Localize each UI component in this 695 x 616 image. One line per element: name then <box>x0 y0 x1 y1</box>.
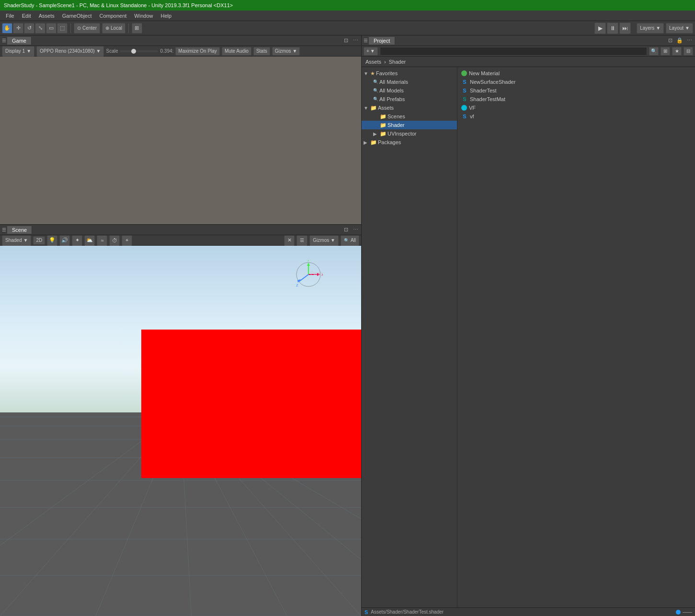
scene-magnify-icon[interactable]: ✕ <box>284 235 295 246</box>
project-filter-btn[interactable]: ⊞ <box>661 47 670 56</box>
stats-btn[interactable]: Stats <box>253 47 270 56</box>
layers-dropdown[interactable]: Layers ▼ <box>637 23 664 34</box>
scene-persp-label: Persp <box>310 271 323 276</box>
scene-all-label: All <box>351 238 356 243</box>
layers-label: Layers <box>640 25 654 31</box>
snap-icon[interactable]: ⊞ <box>132 23 142 34</box>
center-dropdown[interactable]: ⊙ Center <box>74 23 100 34</box>
file-new-material[interactable]: New Material <box>459 69 693 78</box>
mute-audio-btn[interactable]: Mute Audio <box>222 47 251 56</box>
game-panel: ☰ Game ⊡ ⋯ Display 1 ▼ OPPO Reno (2340x1… <box>0 35 362 225</box>
game-close-icon[interactable]: ⋯ <box>352 37 359 45</box>
play-button[interactable]: ▶ <box>594 23 606 34</box>
layout-dropdown[interactable]: Layout ▼ <box>666 23 693 34</box>
breadcrumb-assets[interactable]: Assets <box>365 59 381 65</box>
project-grid-btn[interactable]: ⊟ <box>684 47 693 56</box>
menu-component[interactable]: Component <box>95 12 130 20</box>
rect-tool[interactable]: ▭ <box>46 23 57 34</box>
add-icon: + <box>366 48 369 54</box>
file-vf-lower[interactable]: S vf <box>459 112 693 121</box>
resolution-dropdown[interactable]: OPPO Reno (2340x1080) ▼ <box>36 46 104 57</box>
stats-label: Stats <box>256 48 267 54</box>
menu-file[interactable]: File <box>2 12 18 20</box>
uvi-folder-icon: 📁 <box>380 131 387 137</box>
tree-scenes[interactable]: ▶ 📁 Scenes <box>362 112 457 121</box>
audio-icon[interactable]: 🔊 <box>59 235 70 246</box>
tree-favorites[interactable]: ▼ ★ Favorites <box>362 69 457 78</box>
status-dot <box>676 610 681 615</box>
scale-value: 0.394: <box>160 48 173 54</box>
scene-tab-icons: ⊡ ⋯ <box>342 226 359 234</box>
menu-help[interactable]: Help <box>157 12 175 20</box>
scene-menu-dropdown[interactable]: ☰ <box>296 235 308 246</box>
tree-uvinspector[interactable]: ▶ 📁 UVInspector <box>362 129 457 138</box>
project-lock-icon[interactable]: 🔒 <box>676 37 684 45</box>
game-tab-bar: ☰ Game ⊡ ⋯ <box>0 35 361 46</box>
project-tab-icons: ⊡ 🔒 ⋯ <box>666 37 693 45</box>
project-search-input[interactable] <box>380 47 647 56</box>
file-vf-upper[interactable]: VF <box>459 103 693 112</box>
maximize-on-play-btn[interactable]: Maximize On Play <box>175 47 220 56</box>
project-star-btn[interactable]: ★ <box>672 47 682 56</box>
shader-folder-icon: 📁 <box>380 122 387 128</box>
scene-maximize-icon[interactable]: ⊡ <box>342 226 350 234</box>
project-add-btn[interactable]: + ▼ <box>364 47 378 56</box>
transform-tool[interactable]: ⬚ <box>57 23 68 34</box>
tree-all-prefabs[interactable]: 🔍 All Prefabs <box>362 95 457 103</box>
local-label: Local <box>111 25 122 31</box>
scale-thumb <box>131 49 136 54</box>
2d-btn[interactable]: 2D <box>33 236 45 245</box>
status-s-icon: S <box>365 609 368 615</box>
tree-packages[interactable]: ▶ 📁 Packages <box>362 138 457 147</box>
local-dropdown[interactable]: ⊕ Local <box>102 23 125 34</box>
rotate-tool[interactable]: ↺ <box>24 23 34 34</box>
gizmos-dropdown[interactable]: Gizmos ▼ <box>272 47 300 56</box>
file-shadertest[interactable]: S ShaderTest <box>459 86 693 95</box>
allmat-icon: 🔍 <box>373 80 378 84</box>
scene-panel-icon: ☰ <box>2 227 6 232</box>
project-breadcrumb: Assets › Shader <box>362 57 695 67</box>
step-button[interactable]: ⏭ <box>619 23 631 34</box>
menu-gameobject[interactable]: GameObject <box>58 12 96 20</box>
nsshader-label: NewSurfaceShader <box>470 79 515 85</box>
breadcrumb-shader[interactable]: Shader <box>389 59 406 65</box>
shaded-dropdown[interactable]: Shaded ▼ <box>2 235 31 246</box>
project-tab[interactable]: Project <box>369 37 395 45</box>
move-tool[interactable]: ✛ <box>13 23 23 34</box>
scale-tool[interactable]: ⤡ <box>35 23 46 34</box>
display-dropdown[interactable]: Display 1 ▼ <box>2 46 34 57</box>
layers-chevron: ▼ <box>656 25 661 31</box>
tree-shader[interactable]: ▶ 📁 Shader <box>362 121 457 129</box>
game-tab[interactable]: Game <box>7 37 32 45</box>
search-scene-icon[interactable]: ⌖ <box>122 235 132 246</box>
menu-assets[interactable]: Assets <box>35 12 58 20</box>
tree-all-materials[interactable]: 🔍 All Materials <box>362 78 457 86</box>
fog-icon[interactable]: ≈ <box>97 235 107 246</box>
sep1 <box>70 23 71 33</box>
scale-slider[interactable] <box>120 50 158 52</box>
file-new-surface-shader[interactable]: S NewSurfaceShader <box>459 78 693 86</box>
skybox-icon[interactable]: ⛅ <box>84 235 95 246</box>
scene-dots-icon[interactable]: ⋯ <box>352 226 359 234</box>
scenes-label: Scenes <box>387 114 405 119</box>
file-shadertestmat[interactable]: S ShaderTestMat <box>459 95 693 103</box>
scene-tab[interactable]: Scene <box>7 226 32 234</box>
tree-assets[interactable]: ▼ 📁 Assets <box>362 103 457 112</box>
menu-edit[interactable]: Edit <box>18 12 35 20</box>
anim-icon[interactable]: ⏱ <box>109 235 120 246</box>
scene-gizmos-dropdown[interactable]: Gizmos ▼ <box>309 235 339 246</box>
fx-icon[interactable]: ✦ <box>72 235 82 246</box>
light-icon[interactable]: 💡 <box>47 235 57 246</box>
tree-all-models[interactable]: 🔍 All Models <box>362 86 457 95</box>
center-icon: ⊙ <box>77 25 81 31</box>
hand-tool[interactable]: ✋ <box>2 23 12 34</box>
project-search-icon-btn[interactable]: 🔍 <box>649 47 659 56</box>
scene-all-dropdown[interactable]: 🔍 All <box>341 235 359 246</box>
game-maximize-icon[interactable]: ⊡ <box>342 37 350 45</box>
vf-lower-s-icon: S <box>461 114 468 119</box>
pause-button[interactable]: ⏸ <box>607 23 618 34</box>
pkg-icon: 📁 <box>370 139 377 146</box>
menu-window[interactable]: Window <box>130 12 157 20</box>
project-maximize-icon[interactable]: ⊡ <box>666 37 674 45</box>
project-dots-icon[interactable]: ⋯ <box>685 37 693 45</box>
